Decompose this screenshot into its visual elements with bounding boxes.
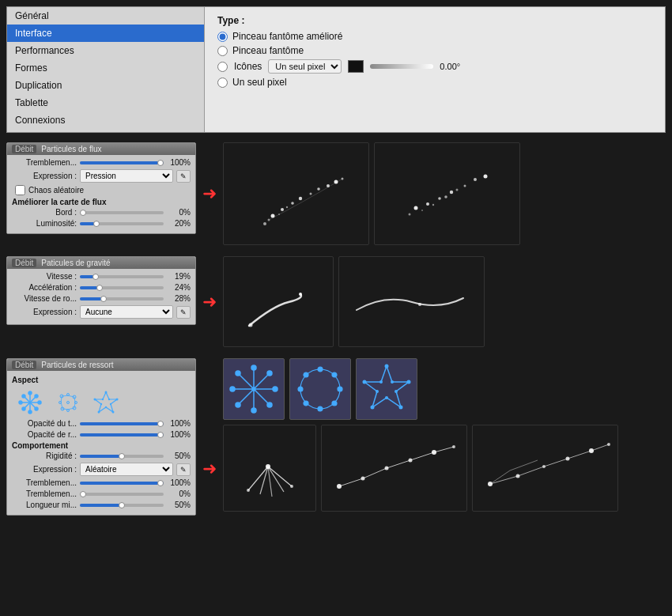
- spring-expression-icon[interactable]: ✎: [176, 463, 191, 476]
- spring-rigidite-row: Rigidité : 50%: [12, 452, 191, 460]
- svg-point-91: [363, 380, 367, 384]
- gravity-acceleration-slider[interactable]: [80, 286, 164, 289]
- flux-chaos-label: Chaos aléatoire: [28, 186, 84, 195]
- flux-previews: [223, 142, 520, 245]
- spring-tremblement2-row: Tremblemen... 0%: [12, 489, 191, 498]
- svg-point-107: [361, 476, 364, 480]
- sidebar-item-interface[interactable]: Interface: [7, 25, 204, 42]
- sidebar-item-general[interactable]: Général: [7, 7, 204, 25]
- color-swatch[interactable]: [348, 60, 364, 73]
- svg-line-118: [510, 460, 538, 471]
- svg-point-100: [290, 485, 293, 488]
- flux-bord-val: 0%: [167, 208, 191, 217]
- radio-pinceau-fantome[interactable]: Pinceau fantôme: [217, 45, 652, 56]
- spring-opacite-r-slider[interactable]: [80, 433, 164, 436]
- gravity-expression-icon[interactable]: ✎: [176, 306, 191, 319]
- svg-point-56: [98, 411, 100, 414]
- flux-preview-svg-1: [225, 145, 368, 244]
- spring-title: Particules de ressort: [41, 361, 113, 369]
- gravity-title: Paticules de gravité: [41, 259, 110, 267]
- gravity-badge: Débit: [12, 259, 36, 267]
- radio-pinceau-ameliore[interactable]: Pinceau fantôme amélioré: [217, 31, 652, 42]
- flux-tremblement-slider[interactable]: [80, 161, 164, 164]
- svg-line-116: [591, 444, 609, 451]
- flux-expression-row: Expression : Pression ✎: [12, 169, 191, 183]
- svg-point-64: [251, 365, 256, 370]
- sidebar-item-duplication[interactable]: Duplication: [7, 77, 204, 94]
- spring-icon-3[interactable]: [92, 389, 119, 416]
- svg-line-112: [490, 476, 518, 484]
- spring-top-row: [223, 358, 618, 420]
- flux-tremblement-row: Tremblemen... 100%: [12, 158, 191, 167]
- spring-icon-2[interactable]: [55, 389, 81, 416]
- svg-point-106: [337, 484, 342, 489]
- gravity-vitesse-ro-slider[interactable]: [80, 297, 164, 300]
- icons-select[interactable]: Un seul pixel: [268, 59, 342, 74]
- svg-point-27: [418, 303, 421, 306]
- svg-point-23: [444, 195, 447, 198]
- angle-slider[interactable]: [370, 64, 433, 69]
- svg-point-124: [607, 443, 610, 446]
- flux-header: Débit Particules de flux: [7, 143, 195, 155]
- flux-chaos-row[interactable]: Chaos aléatoire: [12, 185, 191, 195]
- angle-value: 0.00°: [440, 62, 460, 71]
- svg-point-65: [251, 408, 256, 413]
- spring-longueur-slider[interactable]: [80, 504, 164, 507]
- radio-un-seul-pixel[interactable]: Un seul pixel: [217, 77, 652, 88]
- svg-point-92: [379, 380, 383, 384]
- spring-rigidite-slider[interactable]: [80, 455, 164, 458]
- svg-point-90: [376, 390, 379, 393]
- sidebar-item-tablette[interactable]: Tablette: [7, 94, 204, 111]
- sidebar-item-performances[interactable]: Performances: [7, 42, 204, 59]
- spring-rigidite-val: 50%: [167, 452, 191, 460]
- svg-point-120: [515, 474, 519, 478]
- flux-expression-select[interactable]: Pression: [80, 169, 173, 183]
- svg-point-79: [332, 401, 337, 406]
- spring-opacite-t-slider[interactable]: [80, 422, 164, 425]
- flux-tremblement-val: 100%: [167, 158, 191, 167]
- radio-icones[interactable]: Icônes Un seul pixel 0.00°: [217, 59, 652, 74]
- gravity-expression-select[interactable]: Aucune: [80, 305, 173, 319]
- spring-expression-select[interactable]: Aléatoire: [80, 463, 173, 476]
- spring-tremblement1-slider[interactable]: [80, 482, 164, 485]
- spring-tremblement2-slider[interactable]: [80, 493, 164, 496]
- svg-point-66: [230, 387, 235, 391]
- svg-line-104: [410, 452, 434, 460]
- svg-marker-49: [95, 392, 117, 412]
- svg-point-78: [332, 372, 337, 377]
- spring-icon-1[interactable]: [17, 389, 43, 416]
- svg-point-123: [589, 448, 594, 453]
- svg-point-5: [317, 187, 320, 191]
- svg-point-76: [318, 406, 323, 411]
- spring-previews: [223, 358, 618, 512]
- gravity-preview-svg-2: [341, 259, 483, 346]
- spring-section: Débit Particules de ressort Aspect: [6, 358, 666, 516]
- svg-point-59: [102, 399, 104, 400]
- flux-expression-icon[interactable]: ✎: [176, 170, 191, 183]
- svg-line-113: [518, 467, 544, 476]
- gravity-expression-label: Expression :: [12, 308, 77, 316]
- svg-point-39: [35, 407, 38, 410]
- sidebar-item-formes[interactable]: Formes: [7, 59, 204, 77]
- svg-point-99: [247, 489, 250, 492]
- flux-preview-2: [374, 142, 520, 245]
- top-panel: Général Interface Performances Formes Du…: [6, 6, 666, 133]
- spring-icon-preview-1: [223, 358, 285, 420]
- spring-bottom-row: [223, 425, 618, 512]
- svg-point-20: [408, 213, 410, 215]
- svg-point-70: [236, 402, 240, 407]
- spring-tremblement1-row: Tremblemen... 100%: [12, 478, 191, 487]
- svg-point-19: [483, 174, 487, 178]
- svg-point-38: [22, 407, 25, 410]
- svg-line-97: [268, 467, 292, 486]
- svg-point-88: [385, 396, 388, 399]
- content-area: Débit Particules de flux Tremblemen... 1…: [0, 139, 672, 530]
- flux-chaos-checkbox[interactable]: [15, 185, 25, 195]
- sidebar-item-connexions[interactable]: Connexions: [7, 111, 204, 129]
- flux-bord-slider[interactable]: [80, 211, 164, 214]
- flux-luminosite-slider[interactable]: [80, 222, 164, 225]
- spring-opacite-r-label: Opacité de r...: [12, 430, 77, 439]
- gravity-vitesse-slider[interactable]: [80, 275, 164, 278]
- gravity-vitesse-ro-val: 28%: [167, 294, 191, 303]
- svg-point-14: [426, 202, 429, 206]
